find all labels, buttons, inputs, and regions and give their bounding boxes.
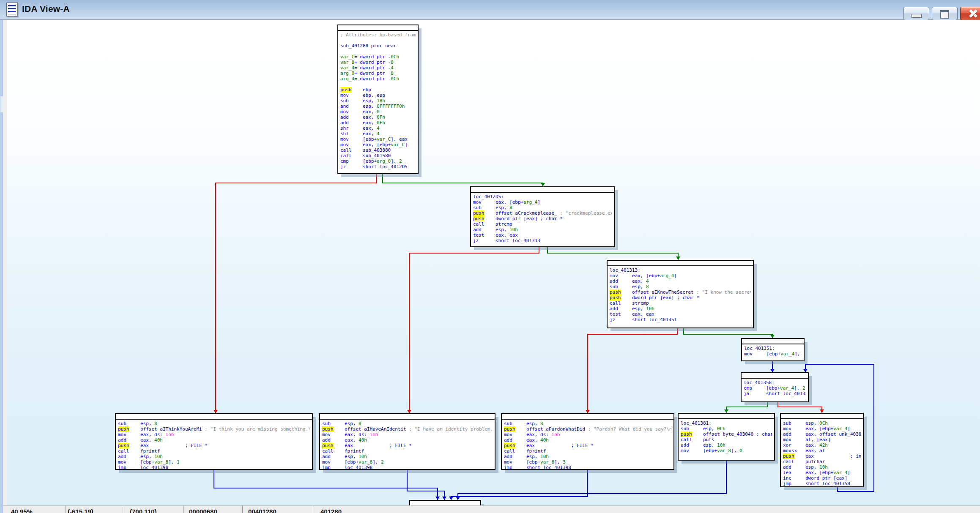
edge-loc_4012D5-to-loc_401313 xyxy=(547,247,678,260)
code-line: jz short loc_401313 xyxy=(473,238,612,243)
block-code: loc_4012D5:mov eax, [ebp+arg_4]sub esp, … xyxy=(471,193,614,243)
code-line: call sub_401580 xyxy=(340,153,416,158)
code-line: sub esp, 8 xyxy=(322,421,493,426)
block-code: loc_401351:mov [ebp+var_4], 0 xyxy=(742,344,804,357)
minimize-button[interactable] xyxy=(903,7,929,20)
code-line: loc_401313: xyxy=(610,267,751,273)
edge-arrowhead xyxy=(442,497,446,500)
edge-arrowhead xyxy=(676,256,680,260)
code-line: push dword ptr [eax] ; char * xyxy=(473,216,612,221)
code-line: arg_4= dword ptr 0Ch xyxy=(340,76,416,82)
code-line: jmp short loc_401358 xyxy=(783,481,861,486)
window-titlebar[interactable]: IDA View-A xyxy=(0,0,980,20)
code-line: call sub_403880 xyxy=(340,147,416,153)
code-line: add eax, 0Fh xyxy=(340,120,416,126)
block-code: loc_401358:cmp [ebp+var_4], 21hja short … xyxy=(742,379,808,396)
block-code: sub esp, 8push offset aIThinkYouAreMi ; … xyxy=(116,420,312,470)
code-line: jz short loc_401351 xyxy=(610,317,751,322)
code-line: push eax ; FILE * xyxy=(118,443,310,448)
code-line: call puts xyxy=(681,437,772,442)
block-code: ; Attributes: bp-based frame sub_401280 … xyxy=(338,31,418,169)
code-line: mov [ebp+var_8], 2 xyxy=(322,459,493,465)
block-titlebar[interactable] xyxy=(742,339,804,344)
code-line: cmp [ebp+arg_0], 2 xyxy=(340,158,416,164)
code-line: add eax, 40h xyxy=(322,437,493,443)
status-cursor-coord: (700,110) xyxy=(130,508,156,513)
left-scrollbar[interactable] xyxy=(0,20,3,513)
close-icon xyxy=(968,8,979,19)
basic-block-loc_401381[interactable]: loc_401381:sub esp, 0Chpush offset byte_… xyxy=(678,413,775,461)
code-line: push offset byte_403040 ; char * xyxy=(681,431,772,437)
basic-block-msg_missing_something[interactable]: sub esp, 8push offset aIThinkYouAreMi ; … xyxy=(115,413,313,470)
code-line: add eax, 40h xyxy=(504,437,671,443)
status-separator xyxy=(313,506,313,513)
code-line: loc_401381: xyxy=(681,420,772,426)
block-titlebar[interactable] xyxy=(742,373,808,379)
code-line: sub esp, 8 xyxy=(473,205,612,210)
status-function: 401280 xyxy=(320,508,342,513)
status-bar: 40.95% (-615,19) (700,110) 00000680 0040… xyxy=(0,505,980,513)
code-line: xor eax, 42h xyxy=(783,442,861,448)
block-titlebar[interactable] xyxy=(338,25,418,31)
block-titlebar[interactable] xyxy=(781,414,863,419)
graph-canvas[interactable]: ; Attributes: bp-based frame sub_401280 … xyxy=(0,0,980,513)
block-titlebar[interactable] xyxy=(679,414,774,419)
status-zoom: 40.95% xyxy=(11,508,33,513)
code-line: call fprintf xyxy=(504,448,671,454)
edge-sub_401280-to-loc_4012D5 xyxy=(383,174,543,186)
block-titlebar[interactable] xyxy=(320,414,495,420)
block-titlebar[interactable] xyxy=(502,414,673,420)
code-line: mov eax, [ebp+arg_4] xyxy=(473,199,612,205)
block-titlebar[interactable] xyxy=(608,261,753,266)
code-line: sub esp, 0Ch xyxy=(783,420,861,426)
basic-block-sub_401280[interactable]: ; Attributes: bp-based frame sub_401280 … xyxy=(337,25,419,174)
code-line: call putchar xyxy=(783,459,861,464)
edge-arrowhead xyxy=(214,410,218,413)
minimize-icon xyxy=(912,14,922,18)
code-line xyxy=(340,38,416,43)
code-line: mov [ebp+var_4], 0 xyxy=(744,351,802,357)
block-titlebar[interactable] xyxy=(471,187,614,193)
code-line: push offset aCrackmeplease_ ; "crackmepl… xyxy=(473,210,612,216)
code-line: add esp, 10h xyxy=(610,306,751,311)
code-line: var_4= dword ptr -4 xyxy=(340,65,416,71)
basic-block-loc_401313[interactable]: loc_401313:mov eax, [ebp+arg_4]add eax, … xyxy=(607,260,754,328)
code-line: sub esp, 8 xyxy=(504,421,671,426)
edge-msg_pardon-to-loc_401398 xyxy=(451,470,588,500)
document-icon xyxy=(6,3,18,16)
code-line: push eax ; int xyxy=(783,453,861,459)
edge-sub_401280-to-msg_missing_something xyxy=(216,174,376,413)
edge-msg_missing_something-to-loc_401398 xyxy=(214,470,438,500)
code-line: mov eax, [ebp+var_4] xyxy=(783,426,861,431)
code-line: sub esp, 8 xyxy=(610,284,751,289)
basic-block-loc_401351[interactable]: loc_401351:mov [ebp+var_4], 0 xyxy=(741,338,805,361)
edge-arrowhead xyxy=(449,497,453,500)
restore-button[interactable] xyxy=(932,7,958,20)
edge-loc_401313-to-loc_401351 xyxy=(684,328,772,338)
code-line: test eax, eax xyxy=(610,311,751,317)
basic-block-msg_identity_problem[interactable]: sub esp, 8push offset aIHaveAnIdentit ; … xyxy=(319,413,495,470)
code-line xyxy=(340,49,416,54)
code-line: inc dword ptr [eax] xyxy=(783,475,861,481)
code-line: mov eax, ds:_iob xyxy=(322,432,493,437)
edge-msg_identity_problem-to-loc_401398 xyxy=(407,470,444,500)
basic-block-loc_401358[interactable]: loc_401358:cmp [ebp+var_4], 21hja short … xyxy=(741,372,809,402)
code-line: jmp loc_401398 xyxy=(322,465,493,470)
code-line: call fprintf xyxy=(322,448,493,454)
code-line: mov al, [eax] xyxy=(783,437,861,442)
basic-block-msg_pardon[interactable]: sub esp, 8push offset aPardonWhatDid ; "… xyxy=(501,413,674,470)
edge-loc_401358-to-loc_401381 xyxy=(726,402,767,413)
code-line: mov [ebp+var_8], 0 xyxy=(681,448,772,453)
edge-arrowhead xyxy=(770,335,775,338)
close-button[interactable] xyxy=(960,7,980,20)
code-line: add eax, 40h xyxy=(118,437,310,443)
code-line: mov eax, 0 xyxy=(340,109,416,115)
basic-block-loc_4012D5[interactable]: loc_4012D5:mov eax, [ebp+arg_4]sub esp, … xyxy=(470,186,615,247)
edge-arrowhead xyxy=(724,409,728,413)
basic-block-putchar_loop[interactable]: sub esp, 0Chmov eax, [ebp+var_4]add eax,… xyxy=(780,413,864,487)
block-titlebar[interactable] xyxy=(116,414,312,420)
edge-loc_4012D5-to-msg_identity_problem xyxy=(409,247,539,413)
status-separator xyxy=(66,506,66,513)
code-line: jmp short loc_401398 xyxy=(504,465,671,470)
code-line xyxy=(340,82,416,87)
